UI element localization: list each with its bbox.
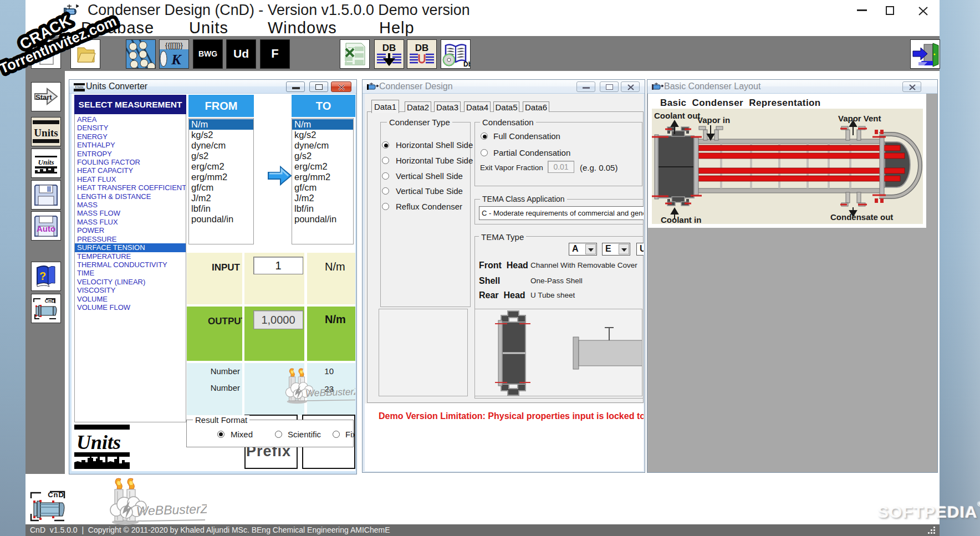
svg-text:DB: DB	[415, 43, 429, 53]
svg-text:Coolant in: Coolant in	[661, 215, 701, 224]
svg-text:Units: Units	[38, 158, 54, 166]
svg-text:Db: Db	[463, 60, 470, 68]
svg-text:CnD: CnD	[45, 298, 55, 304]
svg-text:Coolant out: Coolant out	[654, 111, 700, 120]
svg-text:Units: Units	[76, 431, 121, 453]
svg-text:CnD: CnD	[48, 491, 64, 499]
svg-text:?: ?	[39, 270, 46, 282]
svg-text:DB: DB	[382, 43, 396, 53]
svg-text:Auto: Auto	[37, 224, 55, 233]
svg-text:Vapor Vent: Vapor Vent	[838, 114, 881, 123]
svg-text:Units: Units	[34, 127, 58, 139]
svg-text:Condensate out: Condensate out	[830, 212, 893, 222]
svg-text:Vapor in: Vapor in	[697, 115, 730, 125]
